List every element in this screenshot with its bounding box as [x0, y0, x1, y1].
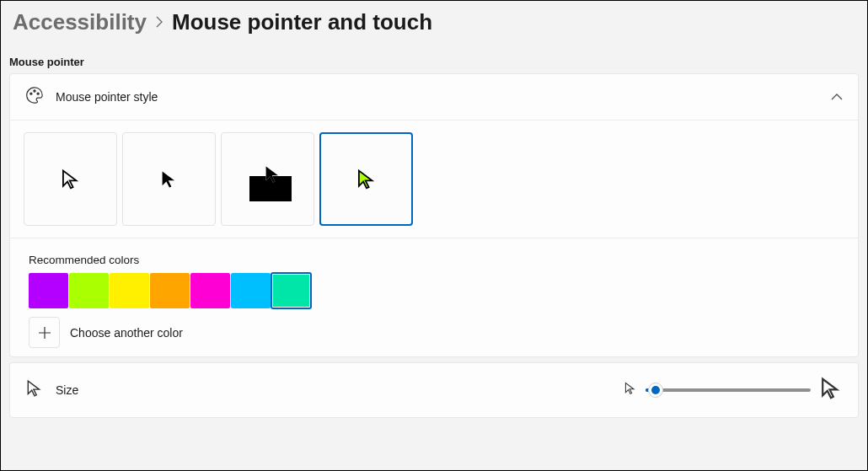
slider-thumb[interactable] — [648, 383, 663, 398]
recommended-colors-section: Recommended colors Choose another color — [10, 238, 858, 356]
svg-point-0 — [30, 93, 32, 94]
color-swatch-2[interactable] — [110, 273, 149, 308]
recommended-colors-label: Recommended colors — [29, 254, 839, 266]
cursor-max-icon — [819, 377, 843, 404]
color-swatch-6[interactable] — [271, 273, 311, 308]
color-swatch-4[interactable] — [190, 273, 230, 308]
pointer-style-white[interactable] — [24, 132, 117, 226]
card-title: Mouse pointer style — [56, 90, 819, 104]
pointer-style-black[interactable] — [122, 132, 216, 226]
chevron-up-icon — [831, 89, 843, 104]
svg-point-2 — [37, 93, 39, 94]
palette-icon — [25, 86, 44, 108]
size-slider-group — [624, 377, 843, 404]
cursor-small-icon — [25, 379, 44, 401]
plus-icon — [29, 317, 60, 348]
breadcrumb-parent[interactable]: Accessibility — [13, 9, 147, 35]
chevron-right-icon — [155, 13, 163, 32]
section-label-mouse-pointer: Mouse pointer — [1, 40, 867, 73]
color-swatch-3[interactable] — [150, 273, 190, 308]
size-label: Size — [56, 383, 612, 397]
pointer-style-custom[interactable] — [319, 132, 413, 226]
color-swatch-0[interactable] — [29, 273, 68, 308]
color-swatch-5[interactable] — [231, 273, 271, 308]
pointer-style-inverted[interactable] — [221, 132, 314, 226]
size-slider[interactable] — [646, 388, 811, 392]
choose-another-color[interactable]: Choose another color — [29, 317, 183, 348]
pointer-style-options — [10, 120, 858, 238]
choose-color-label: Choose another color — [70, 326, 183, 340]
breadcrumb: Accessibility Mouse pointer and touch — [13, 9, 855, 35]
card-mouse-pointer-style: Mouse pointer style — [9, 73, 859, 357]
card-size: Size — [9, 362, 859, 418]
color-swatch-row — [29, 273, 839, 308]
card-header-pointer-style[interactable]: Mouse pointer style — [10, 74, 858, 120]
cursor-min-icon — [624, 382, 637, 399]
color-swatch-1[interactable] — [69, 273, 109, 308]
svg-point-1 — [34, 90, 35, 92]
page-title: Mouse pointer and touch — [172, 9, 432, 35]
